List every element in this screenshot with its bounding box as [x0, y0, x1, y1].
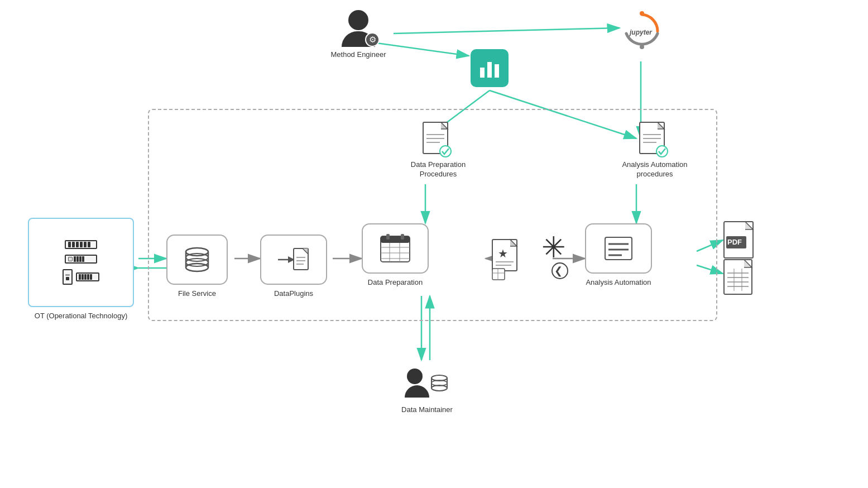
svg-rect-41	[401, 234, 404, 240]
jupyter-icon: jupyter	[620, 10, 664, 50]
data-preparation-label: Data Preparation	[362, 278, 429, 288]
diagram-container: OT (Operational Technology) File Service	[0, 0, 868, 488]
teal-chart-icon	[471, 49, 509, 87]
svg-line-5	[394, 28, 620, 34]
dataplugins-icon	[276, 244, 311, 275]
star-burst-icon: ✳ ❮	[539, 232, 583, 282]
svg-text:★: ★	[498, 247, 508, 260]
data-doc-output-icon	[723, 259, 761, 299]
ot-box	[28, 218, 134, 307]
analysis-automation-label: Analysis Automation	[585, 278, 652, 288]
ot-label: OT (Operational Technology)	[28, 312, 134, 321]
svg-text:✳: ✳	[541, 232, 566, 264]
method-engineer-wrapper: ⚙ Method Engineer	[325, 10, 392, 60]
svg-point-66	[440, 146, 451, 157]
svg-text:❮: ❮	[554, 265, 563, 277]
svg-rect-40	[386, 234, 390, 240]
star-burst-wrapper: ✳ ❮	[539, 232, 583, 284]
file-service-box	[166, 235, 228, 285]
server-icon-1	[65, 240, 97, 249]
dataplugins-wrapper	[260, 235, 327, 285]
svg-point-26	[186, 259, 208, 266]
svg-point-60	[640, 45, 644, 49]
method-engineer-label: Method Engineer	[325, 50, 392, 60]
analysis-automation-box	[585, 223, 652, 274]
svg-rect-52	[605, 237, 632, 260]
method-engineer-icon: ⚙	[336, 10, 381, 48]
teal-chart-box	[471, 49, 509, 87]
dataplugins-box	[260, 235, 327, 285]
data-maintainer-wrapper: Data Maintainer	[391, 369, 463, 415]
data-preparation-icon	[378, 232, 412, 265]
svg-rect-57	[487, 62, 492, 78]
data-maintainer-label: Data Maintainer	[391, 405, 463, 415]
file-service-icon	[181, 244, 213, 275]
pdf-output-icon: PDF	[723, 221, 762, 262]
data-preparation-wrapper	[362, 223, 429, 274]
svg-text:jupyter: jupyter	[629, 28, 653, 36]
data-doc-output-wrapper	[723, 259, 761, 301]
server-icon-3	[63, 269, 99, 285]
svg-text:PDF: PDF	[727, 238, 742, 246]
svg-rect-58	[495, 64, 499, 78]
data-preparation-box	[362, 223, 429, 274]
data-prep-procedures-wrapper: Data Preparation Procedures	[405, 120, 472, 179]
svg-point-71	[656, 146, 668, 157]
svg-rect-34	[381, 236, 410, 243]
data-prep-procedures-label: Data Preparation Procedures	[405, 160, 472, 179]
svg-point-59	[640, 11, 644, 16]
output-doc-wrapper: ★	[490, 237, 528, 284]
svg-rect-46	[492, 269, 505, 280]
data-maintainer-icon	[405, 369, 449, 402]
dataplugins-label: DataPlugins	[260, 289, 327, 299]
svg-rect-56	[480, 68, 485, 78]
jupyter-wrapper: jupyter	[620, 10, 664, 50]
file-service-wrapper	[166, 235, 228, 285]
analysis-automation-icon	[602, 232, 635, 265]
analysis-auto-procedures-wrapper: Analysis Automation procedures	[616, 120, 694, 179]
analysis-automation-wrapper	[585, 223, 652, 274]
file-service-label: File Service	[166, 289, 228, 299]
analysis-auto-procedures-label: Analysis Automation procedures	[616, 160, 694, 179]
server-icon-2	[65, 255, 97, 264]
data-prep-procedures-icon	[421, 120, 455, 159]
output-doc-icon: ★	[490, 237, 528, 282]
analysis-auto-procedures-icon	[637, 120, 672, 159]
